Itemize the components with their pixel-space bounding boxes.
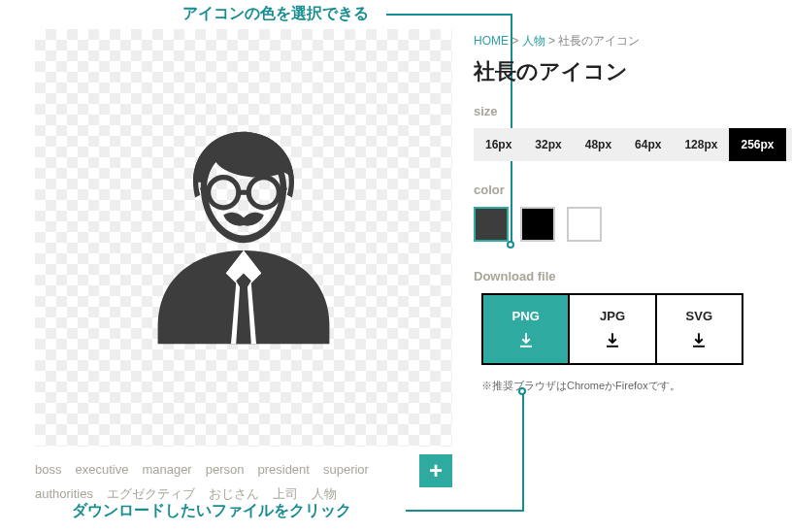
breadcrumb-home[interactable]: HOME	[474, 34, 509, 48]
tag[interactable]: manager	[142, 462, 191, 477]
breadcrumb-category[interactable]: 人物	[522, 34, 545, 48]
add-tag-button[interactable]: +	[419, 454, 452, 487]
download-option-jpg[interactable]: JPG	[570, 295, 656, 363]
download-option-svg[interactable]: SVG	[657, 295, 742, 363]
download-selector: PNGJPGSVG	[481, 293, 743, 365]
breadcrumb-sep: >	[512, 34, 518, 48]
color-swatch[interactable]	[520, 207, 555, 242]
download-option-label: PNG	[512, 309, 540, 323]
tag[interactable]: エグゼクティブ	[107, 486, 195, 501]
size-label: size	[474, 104, 792, 118]
plus-icon: +	[429, 457, 443, 484]
color-selector	[474, 207, 792, 242]
size-option[interactable]: 48px	[574, 128, 623, 161]
tag[interactable]: 上司	[273, 486, 298, 501]
callout-leader-h2	[406, 510, 522, 512]
content-wrapper: bossexecutivemanagerpersonpresidentsuper…	[35, 29, 773, 506]
download-option-label: JPG	[600, 309, 625, 323]
download-icon	[604, 331, 621, 351]
download-icon	[517, 331, 535, 351]
size-option[interactable]: 32px	[523, 128, 573, 161]
breadcrumb-current: 社長のアイコン	[558, 34, 640, 48]
size-option[interactable]: 512px	[786, 128, 793, 161]
icon-preview	[35, 29, 452, 447]
tag-list: bossexecutivemanagerpersonpresidentsuper…	[35, 454, 413, 506]
size-option[interactable]: 256px	[729, 128, 785, 161]
tag[interactable]: president	[257, 462, 309, 477]
color-label: color	[474, 183, 792, 197]
download-icon	[690, 331, 708, 351]
size-option[interactable]: 128px	[673, 128, 729, 161]
tag[interactable]: boss	[35, 462, 61, 477]
breadcrumb-sep: >	[548, 34, 555, 48]
download-option-label: SVG	[686, 309, 712, 323]
size-selector: 16px32px48px64px128px256px512px	[474, 128, 792, 161]
download-label: Download file	[474, 269, 792, 283]
tag[interactable]: 人物	[312, 486, 337, 501]
download-option-png[interactable]: PNG	[483, 295, 570, 363]
color-swatch[interactable]	[567, 207, 602, 242]
tag[interactable]: おじさん	[209, 486, 259, 501]
callout-leader-h1	[386, 14, 511, 16]
tag[interactable]: person	[206, 462, 245, 477]
tag[interactable]: executive	[75, 462, 128, 477]
size-option[interactable]: 16px	[474, 128, 523, 161]
size-option[interactable]: 64px	[623, 128, 673, 161]
breadcrumb: HOME > 人物 > 社長のアイコン	[474, 33, 792, 50]
left-column: bossexecutivemanagerpersonpresidentsuper…	[35, 29, 452, 506]
boss-icon	[117, 112, 370, 364]
tag-row: bossexecutivemanagerpersonpresidentsuper…	[35, 454, 452, 506]
page-title: 社長のアイコン	[474, 57, 792, 86]
callout-color: アイコンの色を選択できる	[182, 4, 369, 24]
color-swatch[interactable]	[474, 207, 509, 242]
browser-note: ※推奨ブラウザはChromeかFirefoxです。	[481, 379, 792, 393]
right-column: HOME > 人物 > 社長のアイコン 社長のアイコン size 16px32p…	[452, 29, 792, 506]
